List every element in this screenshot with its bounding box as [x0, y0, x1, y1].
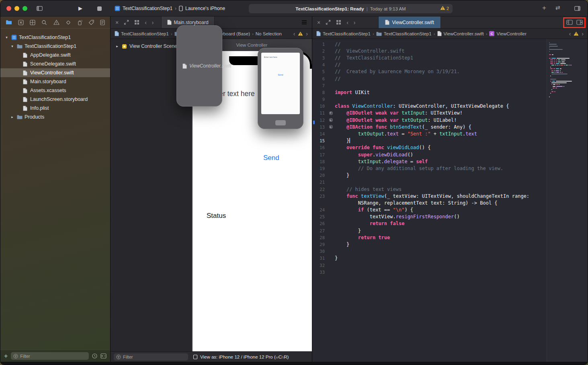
editor-options-icon[interactable]	[301, 20, 307, 25]
outlet-connection-icon[interactable]	[327, 125, 335, 129]
code-line[interactable]: 2// ViewController.swift	[312, 47, 546, 54]
code-line[interactable]: 6//	[312, 75, 546, 82]
line-number[interactable]: 7	[312, 83, 327, 88]
code-line[interactable]: 22 // hides text views	[312, 186, 546, 193]
line-number[interactable]: 22	[312, 187, 327, 192]
code-line[interactable]: 11 @IBOutlet weak var txtInput: UITextVi…	[312, 110, 546, 117]
code-line[interactable]: 5// Created by Laurence Moroney on 3/19/…	[312, 68, 546, 75]
breadcrumb-item-textclassificationstep1[interactable]: TextClassificationStep1	[323, 31, 371, 36]
warning-icon[interactable]	[574, 31, 579, 36]
line-number[interactable]: 11	[312, 111, 327, 115]
back-icon[interactable]: ‹	[569, 31, 571, 37]
line-number[interactable]: 16	[312, 145, 327, 150]
report-navigator-icon[interactable]	[100, 20, 105, 25]
tree-item-launchscreen-storyboard[interactable]: LaunchScreen.storyboard	[0, 95, 110, 104]
code-line[interactable]: 18 txtInput.delegate = self	[312, 158, 546, 165]
line-number[interactable]: 25	[312, 214, 327, 219]
tree-item-textclassificationstep1[interactable]: ▾TextClassificationStep1	[0, 42, 110, 51]
line-number[interactable]: 30	[312, 249, 327, 254]
zoom-window-button[interactable]	[23, 6, 27, 11]
close-window-button[interactable]	[6, 6, 11, 11]
line-number[interactable]: 29	[312, 242, 327, 247]
breadcrumb-item-viewcontroller-swift[interactable]: ViewController.swift	[444, 31, 484, 36]
code-line[interactable]: 13 @IBAction func btnSendText(_ sender: …	[312, 123, 546, 130]
breakpoint-navigator-icon[interactable]	[88, 20, 94, 25]
tree-item-main-storyboard[interactable]: Main.storyboard	[0, 77, 110, 86]
line-number[interactable]: 24	[312, 207, 327, 212]
scm-status-filter-icon[interactable]	[100, 353, 107, 359]
scheme-device-label[interactable]: Laurence's iPhone	[185, 6, 225, 11]
stop-button[interactable]	[97, 6, 102, 11]
code-line[interactable]: 23 func textView(_ textView: UITextView,…	[312, 193, 546, 199]
back-icon[interactable]: ‹	[293, 31, 295, 37]
library-add-icon[interactable]: +	[542, 4, 546, 11]
line-number[interactable]: 14	[312, 131, 327, 136]
issue-navigator-icon[interactable]	[53, 20, 59, 25]
forward-icon[interactable]: ›	[582, 31, 584, 37]
code-line[interactable]: 15 }	[312, 137, 546, 144]
disclosure-icon[interactable]: ▾	[4, 35, 9, 39]
status-label[interactable]: Status	[207, 212, 226, 220]
line-number[interactable]: 1	[312, 42, 327, 47]
code-line[interactable]: 17 super.viewDidLoad()	[312, 151, 546, 158]
line-number[interactable]: 8	[312, 90, 327, 95]
outlet-connection-icon[interactable]	[327, 118, 335, 122]
add-editor-icon[interactable]	[576, 20, 583, 25]
project-navigator-icon[interactable]	[6, 20, 12, 25]
line-number[interactable]: 23	[312, 194, 327, 199]
tree-item-viewcontroller-swift[interactable]: ViewController.swift	[0, 68, 110, 77]
forward-icon[interactable]: ›	[152, 20, 154, 25]
send-button[interactable]: Send	[263, 154, 279, 162]
line-number[interactable]: 32	[312, 263, 327, 268]
expand-editor-icon[interactable]	[326, 20, 331, 25]
source-control-navigator-icon[interactable]	[18, 20, 24, 25]
code-line[interactable]: 4//	[312, 62, 546, 68]
tab-overview-icon[interactable]	[336, 20, 341, 25]
line-number[interactable]: 19	[312, 166, 327, 171]
disclosure-icon[interactable]: ▾	[10, 44, 14, 48]
code-line[interactable]: 7	[312, 82, 546, 89]
toggle-navigator-icon[interactable]	[37, 6, 43, 12]
tree-item-appdelegate-swift[interactable]: AppDelegate.swift	[0, 51, 110, 59]
line-number[interactable]: 18	[312, 159, 327, 164]
scene-label[interactable]: View Controller Scene	[129, 43, 177, 49]
breadcrumb-item-viewcontroller[interactable]: ViewController	[496, 31, 527, 36]
close-editor-icon[interactable]: ×	[317, 20, 320, 25]
line-number[interactable]: 15	[312, 138, 327, 143]
line-number[interactable]: 17	[312, 152, 327, 157]
code-line[interactable]: 21	[312, 179, 546, 186]
code-line[interactable]: 14 txtOutput.text = "Sent :" + txtInput.…	[312, 130, 546, 137]
scheme-project-label[interactable]: TextClassificationStep1	[123, 6, 172, 11]
line-number[interactable]: 3	[312, 55, 327, 60]
add-file-button[interactable]: +	[4, 353, 8, 359]
debug-navigator-icon[interactable]	[77, 20, 82, 25]
breadcrumb-item-textclassificationstep1[interactable]: TextClassificationStep1	[121, 31, 169, 36]
line-number[interactable]: 33	[312, 270, 327, 275]
code-line[interactable]: 28 return true	[312, 234, 546, 241]
line-number[interactable]: 20	[312, 173, 327, 178]
tree-item-products[interactable]: ▸Products	[0, 113, 110, 121]
forward-icon[interactable]: ›	[354, 20, 356, 25]
minimize-window-button[interactable]	[14, 6, 19, 11]
test-navigator-icon[interactable]	[66, 20, 71, 25]
toggle-inspectors-icon[interactable]	[574, 6, 580, 12]
line-number[interactable]: 2	[312, 49, 327, 53]
navigator-filter-input[interactable]: Filter	[11, 352, 89, 360]
close-editor-icon[interactable]: ×	[115, 20, 119, 25]
line-number[interactable]: 26	[312, 221, 327, 226]
line-number[interactable]: 4	[312, 62, 327, 67]
code-line[interactable]: 3// TextClassificationStep1	[312, 54, 546, 61]
tab-overview-icon[interactable]	[134, 20, 139, 25]
code-line[interactable]: NSRange, replacementText text: String) -…	[312, 199, 546, 206]
tab-viewcontroller-swift[interactable]: ViewController.swift	[378, 16, 441, 28]
code-line[interactable]: 24 if (text == "\n") {	[312, 207, 546, 213]
minimap[interactable]	[547, 39, 588, 362]
recent-files-filter-icon[interactable]	[92, 353, 97, 359]
back-icon[interactable]: ‹	[346, 20, 348, 25]
code-line[interactable]: 19 // Do any additional setup after load…	[312, 165, 546, 172]
run-button[interactable]: ▶	[78, 5, 82, 11]
tab-viewcontroller-swift[interactable]: ViewController.swift	[176, 25, 222, 107]
code-line[interactable]: 25 textView.resignFirstResponder()	[312, 213, 546, 220]
code-line[interactable]: 31}	[312, 255, 546, 262]
line-number[interactable]: 27	[312, 228, 327, 233]
